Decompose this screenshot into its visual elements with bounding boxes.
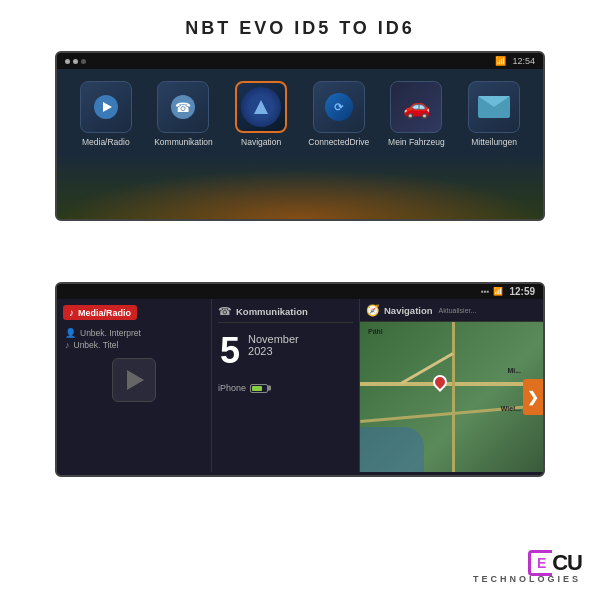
play-icon [94,95,118,119]
play-triangle-icon [127,370,144,390]
map-town-wiel: Wiel... [501,405,521,412]
between-screens [55,223,545,278]
map-area: Pähl Mi... Wiel... ❯ [360,322,543,472]
menu-icon-fahrzeug: 🚗 [390,81,442,133]
dot2 [73,59,78,64]
map-water [360,427,424,472]
phone-icon: ☎ [171,95,195,119]
top-bar-right: 📶 12:54 [495,56,535,66]
menu-label-media: Media/Radio [82,137,130,147]
dot3 [81,59,86,64]
iphone-row: iPhone [218,383,353,393]
media-label: Media/Radio [78,308,131,318]
date-month-year: November 2023 [248,333,299,357]
panels: ♪ Media/Radio 👤 Unbek. Interpret ♪ Unbek… [57,299,543,472]
track-info: 👤 Unbek. Interpret ♪ Unbek. Titel [65,328,205,350]
date-display: 5 November 2023 [218,329,353,373]
map-nav-arrow[interactable]: ❯ [523,379,543,415]
menu-icon-media [80,81,132,133]
menu-icon-connected: ⟳ [313,81,365,133]
top-status-bar: 📶 12:54 [57,53,543,69]
top-menu-icons: Media/Radio ☎ Kommunikation Navigation ⟳… [57,73,543,147]
nav-icon [241,87,281,127]
battery-icon [250,384,268,393]
battery-fill [252,386,262,391]
menu-icon-navigation [235,81,287,133]
menu-icon-mitteilungen [468,81,520,133]
top-bar-left [65,59,86,64]
person-icon: 👤 [65,328,76,338]
panel-navigation: 🧭 Navigation Aktualisier... Pähl Mi... W… [360,299,543,472]
top-screen: 📶 12:54 Media/Radio ☎ Kommunikation Navi… [55,51,545,221]
signal-icon: 📶 [495,56,506,66]
connected-icon: ⟳ [325,93,353,121]
music-note-icon: ♪ [65,340,70,350]
ecu-technologies: TECHNOLOGIES [473,574,581,584]
nav-small-icon: 🧭 [366,304,380,317]
menu-item-navigation[interactable]: Navigation [227,81,295,147]
date-month: November [248,333,299,345]
ecu-cu-text: CU [552,550,582,576]
bottom-time: 12:59 [509,286,535,297]
nav-sub-label: Aktualisier... [439,307,477,314]
bottom-screen: ▪▪▪ 📶 12:59 ♪ Media/Radio 👤 Unbek. Inter… [55,282,545,477]
menu-icon-kommunikation: ☎ [157,81,209,133]
note-icon: ♪ [69,307,74,318]
artist-label: Unbek. Interpret [80,328,141,338]
media-badge: ♪ Media/Radio [63,305,137,320]
dot1 [65,59,70,64]
map-town-pahl: Pähl [368,328,383,335]
map-location-pin [430,372,450,392]
menu-label-mitteilungen: Mitteilungen [471,137,517,147]
date-day: 5 [220,333,240,369]
iphone-label: iPhone [218,383,246,393]
map-road-vertical [452,322,455,472]
menu-label-kommunikation: Kommunikation [154,137,213,147]
menu-item-kommunikation[interactable]: ☎ Kommunikation [149,81,217,147]
ecu-logo: E CU TECHNOLOGIES [473,550,582,584]
mail-icon [478,96,510,118]
menu-item-mitteilungen[interactable]: Mitteilungen [460,81,528,147]
komm-panel-header: ☎ Kommunikation [218,305,353,323]
nav-label: Navigation [384,305,433,316]
top-time: 12:54 [512,56,535,66]
play-button[interactable] [112,358,156,402]
curved-arrow-icon [65,223,125,278]
nav-panel-header: 🧭 Navigation Aktualisier... [360,299,543,322]
komm-label: Kommunikation [236,306,308,317]
menu-item-fahrzeug[interactable]: 🚗 Mein Fahrzeug [382,81,450,147]
menu-label-fahrzeug: Mein Fahrzeug [388,137,445,147]
page-title: NBT EVO ID5 TO ID6 [185,18,415,39]
ecu-badge: E CU [528,550,582,576]
track-title-label: Unbek. Titel [74,340,119,350]
track-artist-row: 👤 Unbek. Interpret [65,328,205,338]
media-panel-header: ♪ Media/Radio [63,305,205,324]
menu-item-media[interactable]: Media/Radio [72,81,140,147]
phone-small-icon: ☎ [218,305,232,318]
ecu-bracket-box: E [528,550,552,576]
wifi-icon: ▪▪▪ [481,287,490,296]
date-year: 2023 [248,345,299,357]
status-icons: ▪▪▪ 📶 [481,287,504,296]
panel-kommunikation: ☎ Kommunikation 5 November 2023 iPhone [212,299,360,472]
track-title-row: ♪ Unbek. Titel [65,340,205,350]
ecu-e-letter: E [537,555,546,571]
map-town-mi: Mi... [507,367,521,374]
bottom-status-bar: ▪▪▪ 📶 12:59 [57,284,543,299]
signal-small-icon: 📶 [493,287,503,296]
panel-media: ♪ Media/Radio 👤 Unbek. Interpret ♪ Unbek… [57,299,212,472]
menu-item-connected[interactable]: ⟳ ConnectedDrive [305,81,373,147]
bg-glow [57,169,543,219]
menu-label-navigation: Navigation [241,137,281,147]
menu-label-connected: ConnectedDrive [308,137,369,147]
